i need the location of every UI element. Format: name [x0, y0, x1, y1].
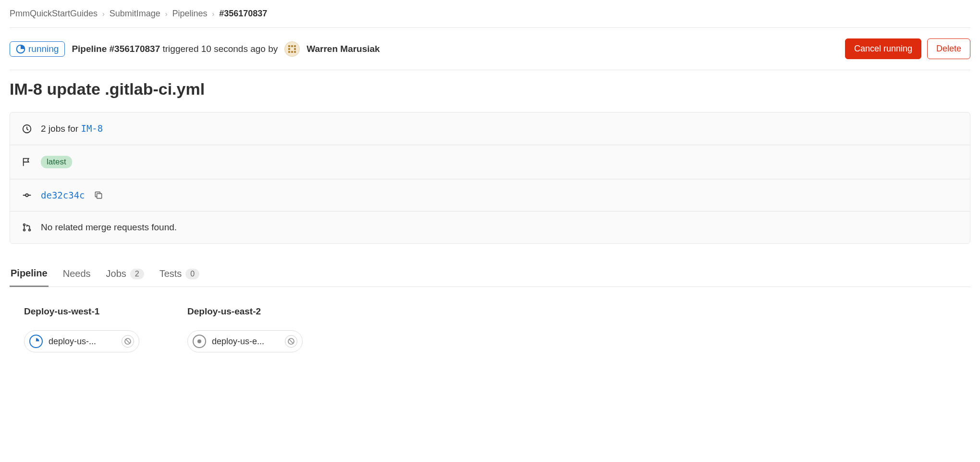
cancel-job-button[interactable]: [122, 335, 134, 348]
latest-tag-badge: latest: [41, 156, 72, 168]
breadcrumb-current: #356170837: [219, 9, 267, 19]
job-status-running-icon: [29, 335, 43, 348]
svg-point-13: [24, 229, 25, 231]
pipeline-trigger-info: Pipeline #356170837 triggered 10 seconds…: [72, 44, 278, 54]
tests-count-badge: 0: [185, 269, 199, 279]
tabs: Pipeline Needs Jobs 2 Tests 0: [10, 261, 970, 287]
merge-request-icon: [22, 222, 32, 233]
breadcrumb-item[interactable]: Pipelines: [172, 9, 207, 19]
breadcrumb-item[interactable]: PmmQuickStartGuides: [10, 9, 98, 19]
svg-rect-1: [288, 45, 290, 47]
svg-rect-8: [294, 51, 296, 53]
divider: [10, 70, 970, 70]
chevron-right-icon: ›: [212, 10, 215, 18]
breadcrumb-item[interactable]: SubmitImage: [110, 9, 160, 19]
cancel-running-button[interactable]: Cancel running: [845, 38, 921, 59]
page-title: IM-8 update .gitlab-ci.yml: [10, 80, 970, 99]
status-badge[interactable]: running: [10, 41, 65, 57]
svg-rect-11: [97, 194, 101, 199]
svg-rect-7: [291, 51, 293, 53]
user-name[interactable]: Warren Marusiak: [306, 44, 380, 54]
running-icon: [16, 44, 25, 54]
job-name: deploy-us-e...: [212, 337, 279, 347]
avatar-icon: [286, 43, 298, 55]
status-text: running: [28, 44, 59, 54]
merge-request-row: No related merge requests found.: [10, 212, 970, 243]
breadcrumb: PmmQuickStartGuides › SubmitImage › Pipe…: [10, 0, 970, 27]
job-pill[interactable]: deploy-us-...: [24, 330, 139, 352]
svg-rect-5: [294, 48, 296, 50]
commit-icon: [22, 190, 32, 200]
commit-row: de32c34c: [10, 179, 970, 212]
job-name: deploy-us-...: [49, 337, 116, 347]
svg-rect-3: [294, 45, 296, 47]
stage-column: Deploy-us-east-2 deploy-us-e...: [187, 306, 303, 352]
branch-link[interactable]: IM-8: [81, 123, 103, 134]
chevron-right-icon: ›: [102, 10, 105, 18]
svg-rect-2: [291, 45, 293, 47]
stage-title: Deploy-us-east-2: [187, 306, 303, 317]
jobs-count-text: 2 jobs for: [41, 124, 78, 134]
svg-point-14: [29, 229, 31, 231]
svg-rect-6: [288, 51, 290, 53]
tag-row: latest: [10, 145, 970, 179]
clock-icon: [22, 124, 32, 134]
cancel-job-button[interactable]: [285, 335, 297, 348]
copy-icon[interactable]: [94, 190, 103, 200]
svg-point-10: [25, 194, 28, 197]
delete-button[interactable]: Delete: [927, 38, 970, 59]
user-avatar[interactable]: [284, 41, 300, 57]
chevron-right-icon: ›: [165, 10, 168, 18]
svg-point-12: [24, 224, 25, 226]
summary-box: 2 jobs for IM-8 latest de32c34c No relat…: [10, 112, 970, 244]
stage-title: Deploy-us-west-1: [24, 306, 139, 317]
commit-link[interactable]: de32c34c: [41, 190, 85, 200]
pipeline-stages: Deploy-us-west-1 deploy-us-... Deploy-us…: [10, 287, 970, 372]
tab-jobs[interactable]: Jobs 2: [105, 261, 145, 287]
job-status-pending-icon: [193, 335, 206, 348]
flag-icon: [22, 157, 32, 167]
svg-rect-4: [288, 48, 290, 50]
pipeline-header: running Pipeline #356170837 triggered 10…: [10, 28, 970, 70]
tab-needs[interactable]: Needs: [62, 261, 92, 287]
merge-request-text: No related merge requests found.: [41, 222, 177, 233]
tab-pipeline[interactable]: Pipeline: [10, 261, 49, 287]
job-pill[interactable]: deploy-us-e...: [187, 330, 303, 352]
tab-tests[interactable]: Tests 0: [159, 261, 201, 287]
jobs-count-badge: 2: [130, 269, 144, 279]
stage-column: Deploy-us-west-1 deploy-us-...: [24, 306, 139, 352]
jobs-summary-row: 2 jobs for IM-8: [10, 112, 970, 145]
svg-point-16: [197, 339, 201, 343]
